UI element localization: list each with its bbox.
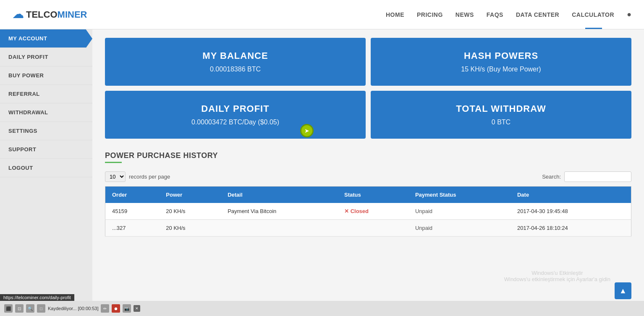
stat-title-total-withdraw: TOTAL WITHDRAW [379, 103, 623, 114]
nav-news[interactable]: NEWS [456, 11, 474, 18]
header: ☁ TELCO MINER HOME PRICING NEWS FAQS DAT… [0, 0, 644, 29]
sidebar: MY ACCOUNT DAILY PROFIT BUY POWER REFERR… [0, 29, 92, 316]
sidebar-item-buy-power[interactable]: BUY POWER [0, 66, 92, 85]
sidebar-item-logout[interactable]: LOGOUT [0, 159, 92, 177]
table-row: ...327 20 KH/s Unpaid 2017-04-26 18:10:2… [105, 220, 631, 237]
bottom-toolbar: ⬛ ⊡ 🔍 □ Kaydediliyor... [00:00:53] ✏ ⏺ 📷… [0, 301, 644, 316]
status-closed-badge: ✕ Closed [344, 208, 369, 214]
toolbar-pen-icon[interactable]: ✏ [101, 304, 109, 313]
search-label: Search: [542, 174, 561, 180]
records-per-page-select[interactable]: 10 25 50 [105, 171, 126, 182]
scroll-top-button[interactable]: ▲ [615, 282, 631, 299]
stat-value-daily-profit: 0.00003472 BTC/Day ($0.05) [113, 118, 357, 126]
toolbar-btn-4[interactable]: □ [37, 304, 45, 313]
stat-value-total-withdraw: 0 BTC [379, 118, 623, 126]
sidebar-item-referral[interactable]: REFERRAL [0, 85, 92, 103]
stat-title-my-balance: MY BALANCE [113, 50, 357, 61]
table-controls: 10 25 50 records per page Search: [105, 171, 631, 182]
stats-grid: MY BALANCE 0.00018386 BTC HASH POWERS 15… [105, 38, 631, 139]
cell-date: 2017-04-26 18:10:24 [510, 220, 631, 237]
payment-status-unpaid2: Unpaid [415, 225, 432, 231]
toolbar-recording: Kaydediliyor... [00:00:53] [48, 306, 98, 311]
status-bar: https://telcominer.com/daily-profit [0, 294, 74, 301]
cell-status [338, 220, 408, 237]
payment-status-unpaid: Unpaid [415, 208, 432, 214]
toolbar-close-btn[interactable]: ✕ [134, 305, 140, 312]
nav-pricing[interactable]: PRICING [417, 11, 443, 18]
col-detail: Detail [221, 187, 338, 203]
header-underline [585, 28, 602, 29]
toolbar-btn-3[interactable]: 🔍 [26, 304, 34, 313]
logo-miner: MINER [58, 9, 87, 20]
stat-title-daily-profit: DAILY PROFIT [113, 103, 357, 114]
toolbar-record-icon[interactable]: ⏺ [112, 304, 120, 313]
cell-order: 45159 [105, 203, 160, 220]
toolbar-camera-icon[interactable]: 📷 [123, 304, 131, 313]
stat-card-daily-profit: DAILY PROFIT 0.00003472 BTC/Day ($0.05) [105, 91, 366, 139]
logo-telco: TELCO [26, 9, 58, 20]
table-row: 45159 20 KH/s Payment Via Bitcoin ✕ Clos… [105, 203, 631, 220]
col-date: Date [510, 187, 631, 203]
nav-data-center[interactable]: DATA CENTER [516, 11, 559, 18]
status-bar-url: https://telcominer.com/daily-profit [3, 295, 71, 300]
purchase-history-table: Order Power Detail Status Payment Status… [105, 186, 631, 237]
toolbar-btn-2[interactable]: ⊡ [15, 304, 24, 313]
nav-home[interactable]: HOME [386, 11, 404, 18]
cell-detail: Payment Via Bitcoin [221, 203, 338, 220]
main-nav: HOME PRICING NEWS FAQS DATA CENTER CALCU… [386, 10, 631, 19]
recording-text: Kaydediliyor... [00:00:53] [48, 306, 98, 311]
cell-power: 20 KH/s [159, 203, 221, 220]
stat-card-total-withdraw: TOTAL WITHDRAW 0 BTC [371, 91, 631, 139]
stat-value-my-balance: 0.00018386 BTC [113, 66, 357, 73]
sidebar-item-my-account[interactable]: MY ACCOUNT [0, 29, 92, 48]
cell-payment-status: Unpaid [408, 203, 510, 220]
stat-value-hash-powers: 15 KH/s (Buy More Power) [379, 66, 623, 73]
records-per-page-label: records per page [129, 174, 170, 180]
nav-calculator[interactable]: CALCULATOR [572, 11, 614, 18]
search-box: Search: [542, 171, 631, 182]
stat-card-my-balance: MY BALANCE 0.00018386 BTC [105, 38, 366, 86]
toolbar-btn-1[interactable]: ⬛ [4, 304, 13, 313]
sidebar-item-withdrawal[interactable]: WITHDRAWAL [0, 103, 92, 122]
cell-order: ...327 [105, 220, 160, 237]
col-power: Power [159, 187, 221, 203]
col-order: Order [105, 187, 160, 203]
page-layout: MY ACCOUNT DAILY PROFIT BUY POWER REFERR… [0, 29, 644, 316]
col-status: Status [338, 187, 408, 203]
section-title: POWER PURCHASE HISTORY [105, 151, 631, 160]
section-underline [105, 162, 122, 163]
col-payment-status: Payment Status [408, 187, 510, 203]
cell-detail [221, 220, 338, 237]
cell-status: ✕ Closed [338, 203, 408, 220]
search-input[interactable] [564, 171, 631, 182]
cell-date: 2017-04-30 19:45:48 [510, 203, 631, 220]
nav-faqs[interactable]: FAQS [487, 11, 503, 18]
stat-card-hash-powers: HASH POWERS 15 KH/s (Buy More Power) [371, 38, 631, 86]
cell-power: 20 KH/s [159, 220, 221, 237]
main-content: ➤ MY BALANCE 0.00018386 BTC HASH POWERS … [92, 29, 644, 316]
user-icon[interactable]: ● [627, 10, 631, 19]
cell-payment-status: Unpaid [408, 220, 510, 237]
cloud-icon: ☁ [13, 8, 24, 21]
logo[interactable]: ☁ TELCO MINER [13, 8, 87, 21]
stat-title-hash-powers: HASH POWERS [379, 50, 623, 61]
sidebar-item-daily-profit[interactable]: DAILY PROFIT [0, 48, 92, 66]
sidebar-item-support[interactable]: SUPPORT [0, 140, 92, 159]
sidebar-item-settings[interactable]: SETTINGS [0, 122, 92, 140]
records-per-page-control: 10 25 50 records per page [105, 171, 170, 182]
